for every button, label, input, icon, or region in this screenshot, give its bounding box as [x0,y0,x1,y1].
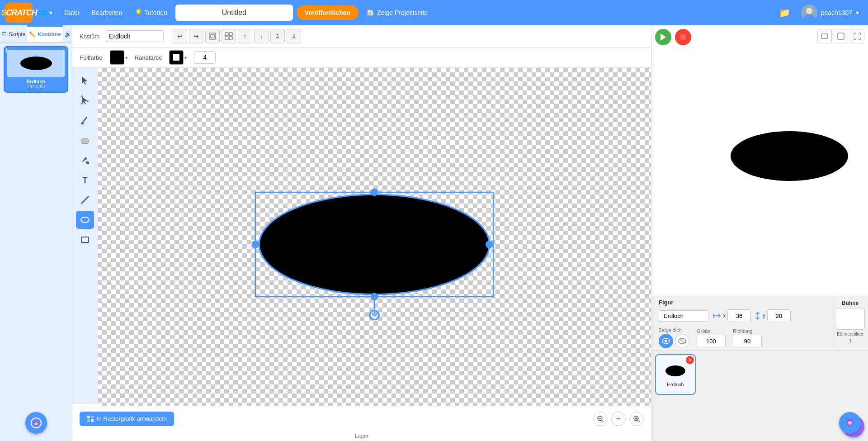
svg-point-22 [81,123,84,124]
stroke-dropdown-arrow[interactable]: ▾ [184,55,187,60]
zoom-out-button[interactable] [593,412,608,426]
sprite-main-area: × Erdloch [651,351,868,441]
costume-item[interactable]: 1 Erdloch 242 × 83 [4,46,68,93]
stage-canvas [670,97,850,224]
sprite-list: × Erdloch [651,351,868,398]
x-coord-icon [712,313,721,319]
direction-group: Richtung [733,328,762,347]
svg-point-59 [665,365,685,376]
sprite-stage-tabs: Figur x y [651,296,868,351]
brush-tool[interactable] [76,111,94,129]
fullscreen-button[interactable] [850,29,864,43]
sprite-delete-button[interactable]: × [686,356,694,364]
stage-area [651,25,868,296]
x-input[interactable] [727,309,751,322]
tab-skripte[interactable]: ☰ Skripte [0,25,27,42]
direction-input[interactable] [733,335,762,347]
fill-dropdown-arrow[interactable]: ▾ [125,55,127,60]
rect-tool[interactable] [76,231,94,249]
costume-number: 1 [5,48,8,53]
svg-point-56 [665,340,667,342]
user-menu[interactable]: peach1307 ▾ [797,3,863,23]
tutorien-button[interactable]: 💡 Tutorien [130,7,171,18]
canvas-container[interactable] [98,68,651,406]
svg-point-21 [87,100,89,102]
flip-h-button[interactable]: ⇕ [270,29,285,43]
bulb-icon: 💡 [135,9,142,16]
size-group: Größe [697,328,726,347]
richtung-label: Richtung [733,328,762,334]
drawing-tools: T [72,68,98,404]
stage-view-buttons [817,29,864,43]
buhnenbilder-label: Bühnenbilder [837,332,863,337]
folder-button[interactable]: 📁 [775,5,794,20]
svg-point-54 [731,131,848,181]
text-tool[interactable]: T [76,171,94,189]
svg-rect-13 [225,33,228,36]
stroke-color-swatch[interactable] [169,50,184,65]
select-tool[interactable] [76,71,94,90]
redo-button[interactable]: ↪ [189,29,203,43]
small-stage-button[interactable] [817,29,832,43]
svg-rect-51 [680,34,686,40]
bearbeiten-button[interactable]: Bearbeiten [87,7,127,18]
svg-point-33 [371,189,378,196]
svg-rect-37 [87,416,90,418]
fill-color-swatch[interactable] [110,50,124,65]
tab-kostueme[interactable]: ✏️ Kostüme [27,25,62,42]
costume-list: 1 Erdloch 242 × 83 [0,43,72,408]
svg-rect-15 [225,37,228,40]
green-flag-button[interactable] [655,29,671,45]
username-label: peach1307 [821,9,852,16]
stroke-label: Randfarbe [135,54,162,61]
project-page-button[interactable]: 🔄 Zeige Projektseite [362,7,432,18]
right-panel: Figur x y [651,25,868,441]
fill-tool[interactable] [76,151,94,169]
convert-to-bitmap-button[interactable]: In Rastergrafik umwandeln [80,412,174,426]
svg-rect-39 [87,419,90,422]
zoom-in-button[interactable] [629,412,644,426]
buhnenbilder-count: 1 [849,338,852,345]
costume-name-input[interactable] [105,30,164,42]
ellipse-tool[interactable] [76,211,94,229]
svg-rect-11 [209,33,216,39]
project-title-input[interactable] [175,5,293,21]
group-button[interactable] [205,29,220,43]
y-coord-group: y [755,309,791,322]
sprite-name-input[interactable] [659,310,708,322]
top-nav: SCRATCH 🌐 ▾ Datei Bearbeiten 💡 Tutorien … [0,0,868,25]
sprite-item-thumbnail [664,362,687,380]
language-button[interactable]: 🌐 ▾ [36,7,56,18]
size-input[interactable] [697,335,726,347]
zoom-reset-button[interactable] [611,412,626,426]
backward-button[interactable]: ↓ [254,29,269,43]
svg-rect-12 [211,34,214,38]
datei-button[interactable]: Datei [60,7,84,18]
svg-rect-52 [821,34,828,38]
line-tool[interactable] [76,191,94,209]
svg-point-3 [20,57,52,70]
svg-line-57 [679,339,685,343]
transform-toolbar: ↩ ↪ ↑ ↓ ⇕ ⇓ [173,29,301,43]
refresh-icon: 🔄 [367,9,374,16]
y-input[interactable] [767,309,791,322]
globe-icon: 🌐 [40,9,47,16]
publish-button[interactable]: Veröffentlichen [297,5,359,20]
visibility-group: Zeige dich [659,327,689,348]
forward-button[interactable]: ↑ [238,29,252,43]
add-costume-button[interactable] [25,412,47,434]
stop-button[interactable] [675,29,691,45]
sprite-item[interactable]: × Erdloch [655,354,696,395]
drawing-canvas[interactable] [98,68,651,406]
ungroup-button[interactable] [222,29,236,43]
stroke-width-input[interactable] [194,51,216,64]
undo-button[interactable]: ↩ [173,29,187,43]
add-sprite-button[interactable] [839,412,861,434]
svg-rect-28 [81,237,89,242]
reshape-tool[interactable] [76,91,94,109]
hide-sprite-button[interactable] [675,334,689,348]
large-stage-button[interactable] [834,29,848,43]
flip-v-button[interactable]: ⇓ [287,29,301,43]
show-sprite-button[interactable] [659,334,673,348]
eraser-tool[interactable] [76,131,94,149]
